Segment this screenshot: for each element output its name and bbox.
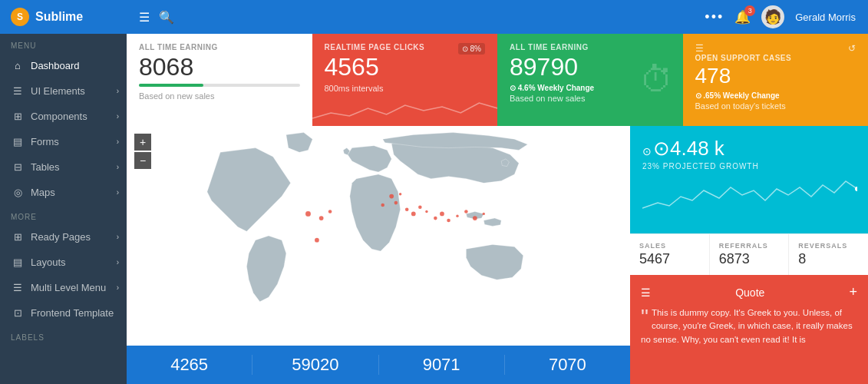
- sidebar-item-label: Tables: [31, 161, 60, 173]
- quote-card: ☰ Quote + " This is dummy copy. It's Gre…: [630, 275, 868, 384]
- right-panel: ⊙⊙4.48 k 23% PROJECTED GROWTH SALES 5467…: [630, 126, 868, 384]
- ready-pages-icon: ⊞: [11, 231, 25, 243]
- trio-sales: SALES 5467: [630, 234, 710, 275]
- user-avatar[interactable]: 🧑: [761, 5, 784, 28]
- topbar: ☰ 🔍 ••• 🔔 3 🧑 Gerald Morris: [127, 0, 868, 34]
- svg-point-9: [418, 206, 422, 210]
- stat-value: 478: [695, 65, 856, 87]
- bottom-stats-bar: 4265 59020 9071 7070: [127, 346, 630, 384]
- chevron-right-icon: ›: [117, 233, 119, 241]
- sidebar-item-frontend-template[interactable]: ⊡ Frontend Template: [0, 300, 127, 326]
- chevron-right-icon: ›: [117, 258, 119, 266]
- stat-label: ALL TIME EARNING: [510, 43, 671, 51]
- svg-point-16: [473, 216, 477, 220]
- quote-text: " This is dummy copy. It's Greek to you.…: [641, 306, 857, 346]
- quote-title: Quote: [735, 286, 764, 299]
- trio-label: REVERSALS: [798, 242, 859, 250]
- hamburger-icon: ☰: [641, 286, 651, 299]
- stat-label: OPEN SUPPORT CASES: [695, 54, 856, 62]
- sidebar-item-label: Layouts: [31, 257, 66, 268]
- tables-icon: ⊟: [11, 161, 25, 173]
- sidebar-item-label: UI Elements: [31, 85, 85, 97]
- bottom-stat-3: 9071: [379, 355, 505, 375]
- quote-card-header: ☰ Quote +: [641, 284, 857, 300]
- sparkline-chart: [312, 99, 498, 126]
- stat-change: ⊙ .65% Weekly Change: [695, 91, 856, 100]
- svg-point-14: [456, 215, 458, 217]
- svg-point-8: [411, 212, 416, 217]
- chevron-right-icon: ›: [117, 163, 119, 171]
- notification-bell[interactable]: 🔔 3: [734, 9, 751, 25]
- app-logo: S: [11, 8, 29, 26]
- stat-label: ALL TIME EARNING: [139, 43, 300, 51]
- sidebar-item-ui-elements[interactable]: ☰ UI Elements ›: [0, 78, 127, 104]
- user-name: Gerald Morris: [795, 12, 856, 23]
- trio-label: REFERRALS: [719, 242, 780, 250]
- trio-label: SALES: [639, 242, 700, 250]
- svg-point-17: [483, 213, 485, 215]
- stat-sub: Based on new sales: [139, 91, 300, 101]
- sidebar-item-tables[interactable]: ⊟ Tables ›: [0, 154, 127, 180]
- sidebar-item-forms[interactable]: ▤ Forms ›: [0, 129, 127, 154]
- chevron-right-icon: ›: [117, 188, 119, 197]
- stat-badge: ⊙ 8%: [458, 43, 485, 55]
- stats-trio: SALES 5467 REFERRALS 6873 REVERSALS 8: [630, 233, 868, 275]
- sidebar-item-maps[interactable]: ◎ Maps ›: [0, 180, 127, 205]
- ui-elements-icon: ☰: [11, 85, 25, 97]
- svg-point-2: [319, 216, 324, 220]
- frontend-icon: ⊡: [11, 307, 25, 319]
- bottom-stat-1: 4265: [127, 355, 252, 375]
- sidebar-item-multi-level-menu[interactable]: ☰ Multi Level Menu ›: [0, 275, 127, 300]
- map-area: + −: [127, 126, 630, 384]
- trio-value: 8: [798, 251, 859, 267]
- svg-point-11: [434, 217, 437, 220]
- notification-badge: 3: [744, 5, 755, 16]
- sidebar-item-components[interactable]: ⊞ Components ›: [0, 104, 127, 129]
- growth-label: 23% PROJECTED GROWTH: [642, 162, 856, 170]
- more-section-label: MORE: [0, 205, 127, 224]
- layouts-icon: ▤: [11, 257, 25, 268]
- trio-referrals: REFERRALS 6873: [710, 234, 790, 275]
- zoom-in-button[interactable]: +: [134, 134, 151, 151]
- stat-card-earning1: ALL TIME EARNING 8068 Based on new sales: [127, 34, 312, 126]
- svg-point-4: [389, 194, 394, 199]
- sidebar-item-ready-pages[interactable]: ⊞ Ready Pages ›: [0, 224, 127, 250]
- chevron-right-icon: ›: [117, 112, 119, 121]
- sidebar-item-label: Dashboard: [31, 60, 80, 71]
- sidebar-item-dashboard[interactable]: ⌂ Dashboard: [0, 53, 127, 78]
- sidebar-item-label: Components: [31, 111, 87, 122]
- components-icon: ⊞: [11, 111, 25, 122]
- stat-value: 8068: [139, 55, 300, 79]
- svg-point-0: [305, 211, 311, 217]
- avatar-icon: 🧑: [764, 8, 781, 25]
- svg-point-6: [399, 193, 401, 195]
- stat-label: REALTIME PAGE CLICKS: [325, 43, 425, 51]
- sidebar-item-layouts[interactable]: ▤ Layouts ›: [0, 250, 127, 275]
- hamburger-icon[interactable]: ☰: [139, 10, 150, 25]
- hamburger-icon: ☰: [695, 43, 704, 54]
- svg-point-15: [464, 210, 468, 214]
- svg-point-7: [405, 207, 409, 211]
- quote-mark: ": [641, 306, 649, 328]
- world-map: [127, 126, 630, 346]
- quote-body: This is dummy copy. It's Greek to you. U…: [641, 308, 853, 344]
- bottom-stat-4: 7070: [505, 355, 630, 375]
- trio-reversals: REVERSALS 8: [789, 234, 868, 275]
- trio-value: 6873: [719, 251, 780, 267]
- zoom-out-button[interactable]: −: [134, 152, 151, 169]
- app-name: Sublime: [35, 10, 83, 24]
- search-icon[interactable]: 🔍: [159, 10, 174, 25]
- sidebar-item-label: Ready Pages: [31, 231, 91, 243]
- svg-point-10: [425, 210, 427, 213]
- forms-icon: ▤: [11, 136, 25, 147]
- main-content: ☰ 🔍 ••• 🔔 3 🧑 Gerald Morris ALL TIME EAR…: [127, 0, 868, 384]
- svg-point-13: [447, 219, 451, 223]
- topbar-right: ••• 🔔 3 🧑 Gerald Morris: [705, 5, 856, 28]
- stat-card-clicks: REALTIME PAGE CLICKS ⊙ 8% 4565 800ms int…: [312, 34, 498, 126]
- chevron-right-icon: ›: [117, 137, 119, 146]
- stat-card-earning2: ALL TIME EARNING 89790 ⊙ 4.6% Weekly Cha…: [497, 34, 683, 126]
- stat-value: 4565: [325, 55, 486, 79]
- more-dots-icon[interactable]: •••: [705, 9, 724, 25]
- svg-point-5: [394, 201, 398, 205]
- plus-icon[interactable]: +: [849, 284, 857, 300]
